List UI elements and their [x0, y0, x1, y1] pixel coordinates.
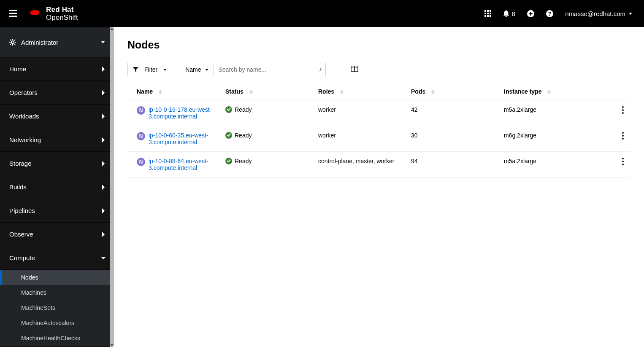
sidebar-sub-machineautoscalers[interactable]: MachineAutoscalers	[0, 315, 114, 331]
sidebar-item-storage[interactable]: Storage	[0, 152, 114, 175]
check-circle-icon	[225, 106, 232, 113]
row-actions-kebab[interactable]	[615, 106, 630, 114]
chevron-right-icon	[102, 137, 105, 143]
page-title: Nodes	[127, 39, 630, 51]
svg-rect-10	[484, 15, 486, 17]
svg-rect-6	[490, 10, 491, 12]
table-row: N ip-10-0-60-35.eu-west-3.compute.intern…	[127, 126, 630, 152]
node-link[interactable]: ip-10-0-16-178.eu-west-3.compute.interna…	[149, 106, 216, 120]
hamburger-menu[interactable]	[0, 0, 26, 27]
caret-down-icon	[205, 69, 208, 71]
kebab-icon	[622, 158, 624, 165]
sidebar-item-pipelines[interactable]: Pipelines	[0, 199, 114, 223]
sidebar-item-operators[interactable]: Operators	[0, 81, 114, 105]
scroll-down-icon	[110, 344, 114, 346]
status-text: Ready	[235, 158, 252, 164]
funnel-icon	[133, 67, 138, 73]
chevron-right-icon	[102, 185, 105, 190]
name-filter-select[interactable]: Name	[180, 63, 214, 76]
caret-down-icon	[101, 41, 105, 43]
brand[interactable]: Red Hat OpenShift	[28, 6, 78, 21]
brand-line2: OpenShift	[46, 14, 78, 21]
sidebar-item-observe[interactable]: Observe	[0, 223, 114, 246]
check-circle-icon	[225, 132, 232, 139]
table-row: N ip-10-0-88-64.eu-west-3.compute.intern…	[127, 152, 630, 178]
notifications[interactable]: 8	[503, 10, 515, 17]
pods-cell: 94	[402, 152, 495, 178]
brand-line1: Red Hat	[46, 6, 78, 13]
kebab-icon	[622, 106, 624, 114]
svg-rect-8	[487, 13, 489, 14]
node-link[interactable]: ip-10-0-88-64.eu-west-3.compute.internal	[149, 158, 216, 171]
filter-button[interactable]: Filter	[127, 63, 172, 76]
perspective-switcher[interactable]: Administrator	[0, 27, 114, 57]
chevron-right-icon	[102, 161, 105, 166]
gear-icon	[9, 39, 16, 46]
redhat-fedora-icon	[28, 8, 42, 19]
row-actions-kebab[interactable]	[615, 158, 630, 165]
caret-down-icon	[163, 69, 167, 71]
nodes-table: Name Status Roles Pods Instance type N i…	[127, 84, 630, 178]
column-header-status[interactable]: Status	[216, 84, 309, 100]
svg-rect-11	[487, 15, 489, 17]
search-shortcut-hint: /	[315, 63, 325, 76]
instance-cell: m5a.2xlarge	[495, 152, 606, 178]
caret-down-icon	[629, 13, 632, 15]
sidebar-item-workloads[interactable]: Workloads	[0, 105, 114, 128]
svg-rect-4	[484, 10, 486, 12]
table-row: N ip-10-0-16-178.eu-west-3.compute.inter…	[127, 100, 630, 126]
sidebar-item-builds[interactable]: Builds	[0, 175, 114, 199]
column-header-instance[interactable]: Instance type	[495, 84, 606, 100]
row-actions-kebab[interactable]	[615, 132, 630, 140]
check-circle-icon	[225, 158, 232, 164]
node-badge: N	[137, 132, 145, 140]
plus-circle-icon	[527, 10, 534, 17]
sort-icon	[249, 90, 253, 94]
column-header-name[interactable]: Name	[127, 84, 216, 100]
sidebar-item-compute[interactable]: Compute	[0, 246, 114, 270]
search-input[interactable]	[214, 63, 315, 76]
sidebar-sub-machines[interactable]: Machines	[0, 285, 114, 300]
chevron-down-icon	[101, 257, 106, 259]
manage-columns-button[interactable]	[351, 66, 358, 73]
status-text: Ready	[235, 132, 252, 139]
column-header-roles[interactable]: Roles	[309, 84, 402, 100]
columns-icon	[351, 66, 358, 72]
svg-rect-0	[9, 10, 17, 11]
user-menu[interactable]: nmasse@redhat.com	[565, 10, 632, 17]
svg-rect-7	[484, 13, 486, 14]
column-header-pods[interactable]: Pods	[402, 84, 495, 100]
app-launcher[interactable]	[484, 10, 491, 17]
sidebar-sub-machinehealthchecks[interactable]: MachineHealthChecks	[0, 331, 114, 346]
sort-icon	[547, 90, 551, 94]
sort-icon	[159, 90, 162, 94]
grid-icon	[484, 10, 491, 17]
sidebar: Administrator Home Operators Workloads N…	[0, 27, 114, 347]
scroll-up-icon	[110, 28, 114, 30]
bars-icon	[9, 10, 17, 17]
sidebar-scrollbar[interactable]	[110, 27, 114, 347]
kebab-icon	[622, 132, 624, 140]
chevron-right-icon	[102, 90, 105, 95]
import-add[interactable]	[527, 10, 534, 17]
help[interactable]: ?	[546, 10, 553, 17]
status-text: Ready	[235, 106, 252, 113]
name-filter: Name /	[180, 63, 326, 76]
sidebar-item-networking[interactable]: Networking	[0, 128, 114, 152]
pods-cell: 30	[402, 126, 495, 152]
sidebar-sub-nodes[interactable]: Nodes	[0, 270, 114, 285]
filter-label: Filter	[144, 66, 157, 73]
node-badge: N	[137, 158, 145, 166]
sort-icon	[431, 90, 435, 94]
svg-text:?: ?	[548, 11, 551, 17]
sidebar-sub-machinesets[interactable]: MachineSets	[0, 300, 114, 315]
sidebar-item-home[interactable]: Home	[0, 57, 114, 81]
chevron-right-icon	[102, 232, 105, 237]
roles-cell: worker	[309, 126, 402, 152]
roles-cell: worker	[309, 100, 402, 126]
svg-rect-1	[9, 13, 17, 14]
svg-line-23	[10, 40, 11, 40]
node-link[interactable]: ip-10-0-60-35.eu-west-3.compute.internal	[149, 132, 216, 145]
pods-cell: 42	[402, 100, 495, 126]
masthead: Red Hat OpenShift 8 ? nmasse@redhat.com	[0, 0, 644, 27]
